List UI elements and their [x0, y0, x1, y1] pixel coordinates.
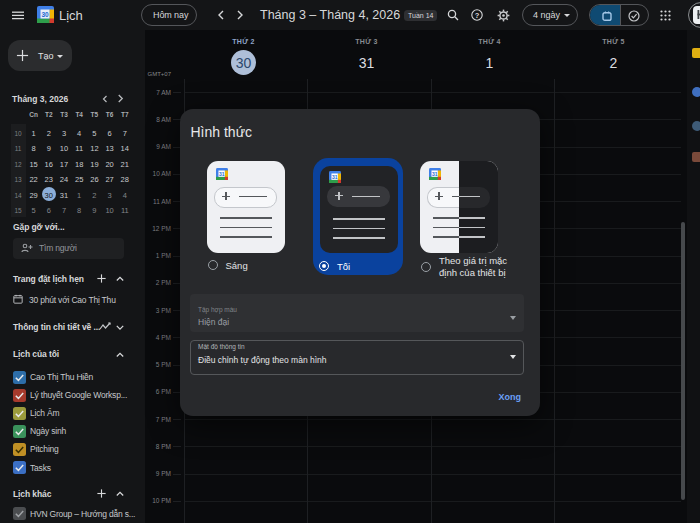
svg-text:31: 31	[332, 175, 338, 180]
svg-text:30: 30	[41, 11, 49, 18]
svg-text:31: 31	[432, 172, 438, 177]
svg-text:31: 31	[219, 172, 225, 177]
svg-text:?: ?	[475, 11, 480, 20]
